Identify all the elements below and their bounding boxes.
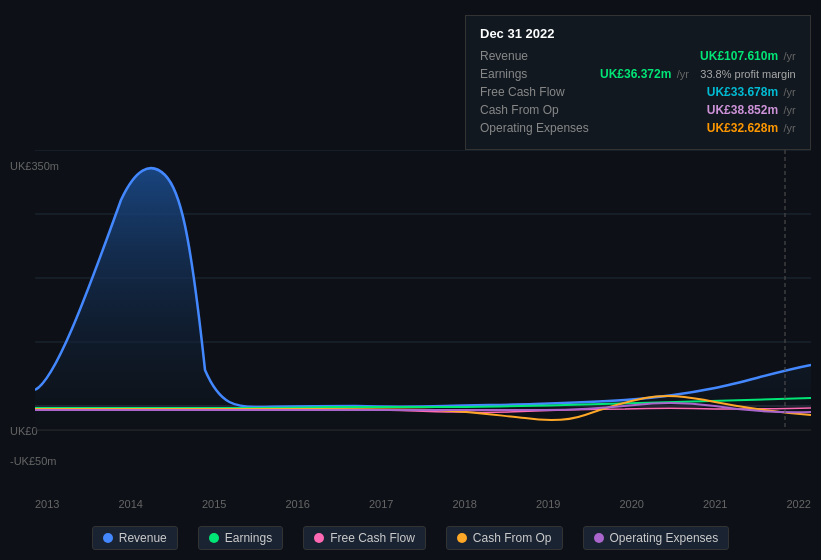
legend-dot-cashop (457, 533, 467, 543)
tooltip-row-opex: Operating Expenses UK£32.628m /yr (480, 121, 796, 135)
tooltip-value-earnings: UK£36.372m (600, 67, 671, 81)
x-axis: 2013 2014 2015 2016 2017 2018 2019 2020 … (35, 498, 811, 510)
legend-item-earnings[interactable]: Earnings (198, 526, 283, 550)
tooltip-label-fcf: Free Cash Flow (480, 85, 600, 99)
legend-dot-fcf (314, 533, 324, 543)
tooltip-label-revenue: Revenue (480, 49, 600, 63)
legend-label-earnings: Earnings (225, 531, 272, 545)
chart-svg (35, 150, 811, 470)
tooltip-row-cashop: Cash From Op UK£38.852m /yr (480, 103, 796, 117)
x-label-2020: 2020 (620, 498, 644, 510)
legend-dot-revenue (103, 533, 113, 543)
legend-label-revenue: Revenue (119, 531, 167, 545)
legend-item-fcf[interactable]: Free Cash Flow (303, 526, 426, 550)
tooltip-value-opex: UK£32.628m (707, 121, 778, 135)
tooltip-value-cashop: UK£38.852m (707, 103, 778, 117)
tooltip-label-earnings: Earnings (480, 67, 600, 81)
tooltip-row-revenue: Revenue UK£107.610m /yr (480, 49, 796, 63)
x-label-2021: 2021 (703, 498, 727, 510)
tooltip-row-fcf: Free Cash Flow UK£33.678m /yr (480, 85, 796, 99)
x-label-2015: 2015 (202, 498, 226, 510)
legend-dot-opex (594, 533, 604, 543)
legend-item-cashop[interactable]: Cash From Op (446, 526, 563, 550)
profit-margin: 33.8% profit margin (700, 68, 795, 80)
legend-label-opex: Operating Expenses (610, 531, 719, 545)
chart-container: Dec 31 2022 Revenue UK£107.610m /yr Earn… (0, 0, 821, 560)
tooltip-row-earnings: Earnings UK£36.372m /yr 33.8% profit mar… (480, 67, 796, 81)
x-label-2014: 2014 (119, 498, 143, 510)
tooltip-value-fcf: UK£33.678m (707, 85, 778, 99)
x-label-2016: 2016 (286, 498, 310, 510)
tooltip-value-revenue: UK£107.610m (700, 49, 778, 63)
x-label-2013: 2013 (35, 498, 59, 510)
legend-item-revenue[interactable]: Revenue (92, 526, 178, 550)
tooltip-title: Dec 31 2022 (480, 26, 796, 41)
tooltip-box: Dec 31 2022 Revenue UK£107.610m /yr Earn… (465, 15, 811, 150)
legend: Revenue Earnings Free Cash Flow Cash Fro… (0, 526, 821, 550)
x-label-2022: 2022 (787, 498, 811, 510)
tooltip-label-cashop: Cash From Op (480, 103, 600, 117)
y-axis-zero-label: UK£0 (10, 425, 38, 437)
legend-item-opex[interactable]: Operating Expenses (583, 526, 730, 550)
x-label-2018: 2018 (453, 498, 477, 510)
x-label-2017: 2017 (369, 498, 393, 510)
legend-label-fcf: Free Cash Flow (330, 531, 415, 545)
x-label-2019: 2019 (536, 498, 560, 510)
legend-dot-earnings (209, 533, 219, 543)
tooltip-label-opex: Operating Expenses (480, 121, 600, 135)
legend-label-cashop: Cash From Op (473, 531, 552, 545)
